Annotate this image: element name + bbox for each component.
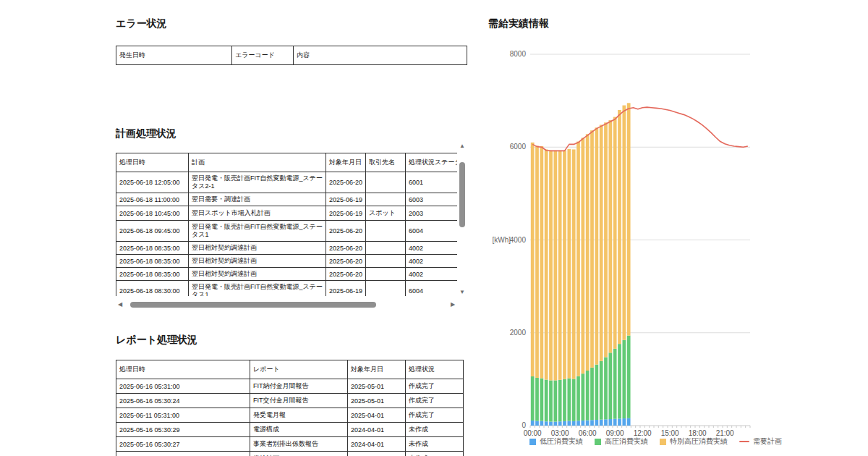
stacked-bar-segment	[604, 419, 608, 426]
table-cell: 2025-05-16 05:30:27	[116, 437, 250, 452]
stacked-bar-segment	[567, 149, 571, 379]
stacked-bar-segment	[567, 379, 571, 421]
legend-item[interactable]: 低圧消費実績	[529, 436, 583, 447]
table-cell: 翌日スポット市場入札計画	[189, 206, 326, 221]
scroll-left-icon[interactable]: ◀	[116, 300, 124, 309]
legend-label: 高圧消費実績	[605, 436, 648, 447]
plan-table-scroll-area[interactable]: 処理日時計画対象年月日取引先名処理状況ステータス2025-06-18 12:05…	[116, 153, 457, 296]
table-cell: 作成完了	[406, 394, 464, 408]
stacked-bar-segment	[535, 421, 539, 426]
legend-item[interactable]: 需要計画	[739, 436, 782, 447]
stacked-bar-segment	[618, 110, 621, 344]
table-cell: 翌日相対契約調達計画	[189, 268, 326, 281]
column-header: 発生日時	[116, 46, 232, 65]
y-axis-tick-label: 0	[522, 421, 526, 429]
stacked-bar-segment	[595, 365, 598, 420]
legend-item[interactable]: 高圧消費実績	[595, 436, 648, 447]
stacked-bar-segment	[563, 151, 566, 379]
vertical-scroll-thumb[interactable]	[459, 162, 465, 227]
table-cell: 翌日需要・調達計画	[189, 193, 326, 206]
column-header: 取引先名	[366, 153, 406, 172]
table-cell: 翌日相対契約調達計画	[189, 242, 326, 255]
stacked-bar-segment	[549, 380, 553, 421]
table-cell	[366, 221, 406, 242]
horizontal-scrollbar[interactable]: ◀ ▶	[116, 300, 457, 309]
data-table: 発生日時エラーコード内容	[116, 46, 467, 65]
x-axis-tick-label: 00:00	[524, 429, 542, 436]
table-row: 2025-06-18 08:30:00翌日発電・販売計画FIT自然変動電源_ステ…	[116, 281, 458, 297]
stacked-bar-segment	[553, 422, 557, 426]
stacked-bar-segment	[581, 373, 584, 421]
dashboard: エラー状況 発生日時エラーコード内容 計画処理状況 処理日時計画対象年月日取引先…	[0, 0, 868, 456]
stacked-bar-segment	[545, 380, 548, 422]
table-cell: 2025-06-18 12:05:00	[116, 172, 189, 193]
legend-swatch-icon	[660, 439, 666, 445]
table-cell: 2025-06-20	[326, 242, 366, 255]
column-header: 対象年月日	[326, 153, 366, 172]
table-cell: 2025-06-18 11:00:00	[116, 193, 189, 206]
stacked-bar-segment	[608, 352, 612, 419]
table-header-row: 処理日時計画対象年月日取引先名処理状況ステータス	[116, 153, 458, 172]
table-cell: 電源構成	[250, 423, 348, 437]
stacked-bar-segment	[572, 379, 576, 421]
legend-item[interactable]: 特別高圧消費実績	[660, 436, 728, 447]
stacked-bar-segment	[581, 138, 584, 373]
stacked-bar-segment	[576, 142, 580, 376]
vertical-scrollbar[interactable]: ▲ ▼	[458, 143, 467, 297]
stacked-bar-segment	[535, 378, 539, 421]
chart-section-title: 需給実績情報	[488, 17, 549, 30]
table-cell: FIT交付金月間報告	[250, 394, 348, 408]
table-cell: 6003	[406, 193, 458, 206]
x-axis-tick-label: 03:00	[551, 429, 569, 436]
table-cell: 未作成	[406, 452, 464, 456]
table-cell: 2025-06-19	[326, 193, 366, 206]
table-cell: 2025-04-01	[348, 408, 406, 423]
column-header: 処理状況ステータス	[406, 153, 458, 172]
table-cell: 翌日発電・販売計画FIT自然変動電源_ステータス2-1	[189, 172, 326, 193]
stacked-bar-segment	[622, 340, 626, 418]
stacked-bar-segment	[553, 380, 557, 421]
y-axis-tick-label: 8000	[510, 50, 527, 58]
stacked-bar-segment	[563, 421, 566, 426]
stacked-bar-segment	[622, 106, 626, 340]
stacked-bar-segment	[540, 379, 543, 421]
plan-table-container: 処理日時計画対象年月日取引先名処理状況ステータス2025-06-18 12:05…	[116, 143, 467, 309]
table-cell: 未作成	[406, 423, 464, 437]
table-row: 2025-06-18 12:05:00翌日発電・販売計画FIT自然変動電源_ステ…	[116, 172, 458, 193]
stacked-bar-segment	[590, 130, 594, 368]
table-cell: 2025-05-01	[348, 379, 406, 394]
table-row: 2025-06-18 11:00:00翌日需要・調達計画2025-06-1960…	[116, 193, 458, 206]
table-cell: 2024-04-01	[348, 437, 406, 452]
table-cell	[366, 193, 406, 206]
y-axis-unit-label: [kWh]	[492, 236, 511, 244]
table-header-row: 発生日時エラーコード内容	[116, 46, 467, 65]
stacked-bar-segment	[540, 146, 543, 379]
stacked-bar-segment	[627, 103, 631, 335]
stacked-bar-segment	[553, 151, 557, 381]
stacked-bar-segment	[558, 421, 562, 426]
scroll-up-icon[interactable]: ▲	[458, 143, 467, 151]
table-cell	[366, 281, 406, 297]
stacked-bar-segment	[563, 379, 566, 421]
data-table: 処理日時レポート対象年月日処理状況2025-06-16 05:31:00FIT納…	[116, 360, 464, 456]
y-axis-tick-label: 6000	[510, 143, 527, 151]
scroll-right-icon[interactable]: ▶	[448, 300, 457, 309]
stacked-bar-segment	[627, 418, 631, 426]
scroll-down-icon[interactable]: ▼	[458, 290, 467, 297]
table-cell: 6004	[406, 281, 458, 297]
table-cell: 事業者別排出係数報告	[250, 437, 348, 452]
legend-swatch-icon	[595, 439, 601, 445]
table-cell: 2025-06-19	[326, 281, 366, 297]
stacked-bar-segment	[549, 422, 553, 426]
stacked-bar-segment	[531, 376, 535, 421]
table-cell: 2025-01-16 05:32:02	[116, 452, 250, 456]
demand-plan-line	[532, 107, 748, 151]
table-row: 2025-01-16 05:32:02供給計画2024-04-01未作成	[116, 452, 464, 456]
table-cell: 2025-06-18 08:30:00	[116, 281, 189, 297]
horizontal-scroll-thumb[interactable]	[130, 302, 376, 308]
table-cell	[366, 172, 406, 193]
table-cell: 2025-06-16 05:30:24	[116, 394, 250, 408]
stacked-bar-segment	[600, 124, 603, 360]
table-cell: 2025-05-01	[348, 394, 406, 408]
x-axis-tick-label: 06:00	[579, 429, 597, 436]
